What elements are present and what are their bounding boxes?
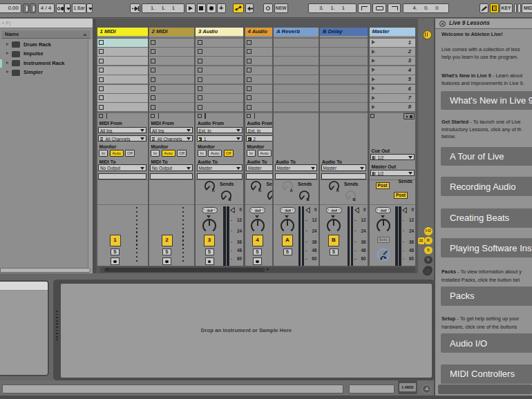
track-activator-button[interactable]: B [328, 235, 339, 246]
scene-play-icon[interactable] [372, 40, 375, 44]
track-title[interactable]: A Reverb [274, 28, 319, 36]
scene-play-icon[interactable] [372, 86, 375, 90]
clip-slot[interactable] [97, 39, 148, 47]
arm-button[interactable] [205, 257, 214, 265]
volume-knob[interactable] [202, 218, 217, 233]
monitor-in-button[interactable]: In [247, 150, 256, 157]
input-type-chooser[interactable]: Ext. In [246, 127, 272, 134]
view-toggle-i-o[interactable]: I-O [424, 227, 433, 235]
track-activator-button[interactable]: 3 [204, 235, 215, 246]
clip-slot[interactable] [274, 48, 319, 56]
automation-arm-button[interactable] [233, 3, 244, 13]
clip-slot[interactable] [97, 94, 148, 102]
track-title[interactable]: 3 Audio [196, 28, 243, 36]
clip-slot[interactable] [320, 85, 368, 93]
clip-slot[interactable] [245, 85, 272, 93]
input-channel-chooser[interactable]: All Channels [98, 135, 146, 142]
monitor-in-button[interactable]: In [151, 150, 160, 157]
loop-length-field[interactable]: 4. 0. 0 [403, 3, 449, 13]
arm-button[interactable] [111, 257, 120, 265]
browser-list-item[interactable]: Impulse [1, 49, 87, 58]
show-detail-view-button[interactable] [422, 385, 432, 394]
scene-play-icon[interactable] [372, 50, 375, 54]
mixer-section-toggle[interactable] [418, 237, 424, 245]
quantization-menu[interactable]: 1 Bar [72, 3, 86, 13]
pan-slider[interactable] [207, 215, 211, 218]
output-type-chooser[interactable]: Master [275, 164, 318, 171]
scene-slot[interactable]: 5 [370, 75, 416, 84]
clip-slot[interactable] [274, 94, 319, 102]
monitor-off-button[interactable]: Off [125, 150, 135, 157]
pan-slider[interactable] [285, 215, 289, 218]
expand-triangle-icon[interactable] [6, 61, 9, 64]
pan-slider[interactable] [331, 215, 335, 218]
play-button[interactable] [186, 3, 196, 13]
monitor-auto-button[interactable]: Auto [110, 150, 124, 157]
master-out-chooser[interactable]: 1/2 [370, 170, 415, 177]
clip-slot[interactable] [245, 94, 272, 102]
clip-slot[interactable] [196, 48, 243, 56]
lesson-button[interactable]: Recording Audio [441, 177, 532, 196]
scene-play-icon[interactable] [372, 77, 375, 81]
nudge-button[interactable] [30, 3, 36, 13]
track-title[interactable]: 1 MIDI [97, 28, 148, 36]
clip-slot[interactable] [97, 85, 148, 93]
clip-slot[interactable] [320, 94, 368, 102]
clip-slot[interactable] [149, 75, 194, 84]
arm-button[interactable] [162, 257, 171, 265]
loop-start-field[interactable]: 3. 1. 1 [308, 3, 357, 13]
quantization-menu-arrow[interactable] [86, 3, 93, 13]
clip-slot[interactable] [149, 85, 194, 93]
clip-slot[interactable] [245, 48, 272, 56]
track-activator-button[interactable]: 4 [252, 235, 263, 246]
clip-slot[interactable] [245, 103, 272, 111]
clip-slot[interactable] [196, 85, 243, 93]
clip-slot[interactable] [97, 75, 148, 84]
clip-slot[interactable] [320, 57, 368, 65]
volume-knob[interactable] [250, 218, 265, 233]
clip-slot[interactable] [149, 103, 194, 111]
browser-list-item[interactable]: Instrument Rack [1, 59, 87, 68]
browser-vertical-scrollbar[interactable] [88, 39, 93, 273]
clip-slot[interactable] [274, 103, 319, 111]
expand-triangle-icon[interactable] [6, 43, 9, 46]
clip-slot[interactable] [274, 39, 319, 47]
preview-cue-volume-knob[interactable] [376, 247, 391, 262]
expand-triangle-icon[interactable] [6, 52, 9, 55]
scene-slot[interactable]: 8 [370, 103, 416, 111]
session-zoom-button[interactable] [423, 267, 432, 276]
track-activator-button[interactable]: 1 [110, 235, 121, 246]
lesson-button[interactable]: Packs [441, 286, 532, 306]
tempo-field[interactable]: 0.00 [0, 3, 21, 13]
clip-slot[interactable] [320, 66, 368, 75]
clip-slot[interactable] [245, 66, 272, 75]
scroll-left-icon[interactable] [106, 268, 108, 271]
input-channel-chooser[interactable]: 2 [246, 135, 272, 142]
browser-list-item[interactable]: Drum Rack [1, 40, 87, 49]
clip-slot[interactable] [320, 103, 368, 111]
arrangement-position-field[interactable]: 1. 1. 1 [142, 3, 184, 13]
scroll-right-icon[interactable] [267, 268, 269, 271]
scene-slot[interactable]: 3 [370, 57, 416, 65]
view-toggle-d[interactable]: D [424, 256, 433, 264]
output-type-chooser[interactable]: Master [246, 164, 272, 171]
lesson-button[interactable]: A Tour of Live [441, 147, 532, 166]
monitor-auto-button[interactable]: Auto [162, 150, 175, 157]
metronome-button[interactable] [56, 3, 65, 13]
monitor-in-button[interactable]: In [198, 150, 207, 157]
input-channel-chooser[interactable]: 1 [197, 135, 243, 142]
view-toggle-r[interactable]: R [424, 237, 433, 245]
expand-triangle-icon[interactable] [6, 70, 9, 73]
session-record-button[interactable] [263, 3, 274, 13]
mixer-overview-button[interactable] [423, 30, 432, 39]
solo-button[interactable]: S [205, 249, 214, 255]
track-title[interactable]: 2 MIDI [149, 28, 194, 36]
clip-slot[interactable] [97, 66, 148, 75]
clip-slot[interactable] [274, 85, 319, 93]
input-type-chooser[interactable]: All Ins [98, 127, 146, 134]
clip-slot[interactable] [274, 75, 319, 84]
clip-slot[interactable] [320, 75, 368, 84]
clip-stop-button[interactable] [99, 114, 103, 118]
clip-slot[interactable] [149, 57, 194, 65]
solo-button[interactable]: S [111, 249, 120, 255]
